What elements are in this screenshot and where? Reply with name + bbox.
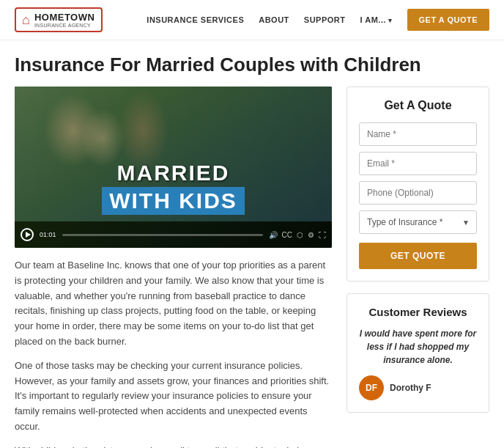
fullscreen-icon[interactable]: ⛶ — [319, 231, 326, 239]
reviews-title: Customer Reviews — [359, 306, 477, 318]
logo[interactable]: ⌂ HOMETOWN INSURANCE AGENCY — [15, 7, 103, 32]
header: ⌂ HOMETOWN INSURANCE AGENCY INSURANCE SE… — [0, 0, 504, 40]
left-column: MARRIED WITH KIDS 01:01 🔊 CC ⬡ ⚙ ⛶ — [15, 87, 332, 448]
play-button[interactable] — [21, 228, 34, 241]
logo-sub-text: INSURANCE AGENCY — [34, 23, 94, 28]
body-paragraph-1: Our team at Baseline Inc. knows that one… — [15, 258, 332, 350]
nav-i-am[interactable]: I AM... — [360, 15, 393, 24]
kids-text: WITH KIDS — [109, 188, 237, 213]
get-quote-form-button[interactable]: GET QUOTE — [359, 243, 477, 269]
share-icon[interactable]: ⬡ — [297, 231, 303, 239]
captions-icon[interactable]: CC — [282, 231, 292, 239]
video-controls: 01:01 🔊 CC ⬡ ⚙ ⛶ — [15, 221, 332, 248]
page-title: Insurance For Married Couples with Child… — [0, 40, 504, 87]
review-quote-text: I would have spent more for less if I ha… — [359, 327, 477, 367]
play-icon — [26, 232, 31, 238]
get-quote-header-button[interactable]: GET A QUOTE — [407, 9, 489, 31]
name-input[interactable] — [359, 122, 477, 146]
video-icon-group: 🔊 CC ⬡ ⚙ ⛶ — [269, 231, 326, 239]
kids-bg: WITH KIDS — [102, 187, 245, 215]
nav-support[interactable]: SUPPORT — [304, 15, 346, 24]
main-content: MARRIED WITH KIDS 01:01 🔊 CC ⬡ ⚙ ⛶ — [0, 87, 504, 448]
insurance-type-wrapper: Type of Insurance * Auto Home Life Healt… — [359, 210, 477, 234]
quote-form-box: Get A Quote Type of Insurance * Auto Hom… — [346, 87, 489, 282]
time-display: 01:01 — [40, 231, 56, 238]
video-player[interactable]: MARRIED WITH KIDS 01:01 🔊 CC ⬡ ⚙ ⛶ — [15, 87, 332, 248]
logo-house-icon: ⌂ — [22, 12, 30, 28]
form-title: Get A Quote — [359, 99, 477, 112]
body-paragraph-2: One of those tasks may be checking your … — [15, 359, 332, 435]
nav-insurance-services[interactable]: INSURANCE SERVICES — [147, 15, 244, 24]
logo-text: HOMETOWN INSURANCE AGENCY — [34, 12, 94, 28]
video-text-overlay: MARRIED WITH KIDS — [15, 161, 332, 215]
reviews-box: Customer Reviews I would have spent more… — [346, 293, 489, 413]
avatar: DF — [359, 375, 384, 400]
progress-bar[interactable] — [62, 234, 263, 236]
reviewer-info: DF Dorothy F — [359, 375, 477, 400]
nav-about[interactable]: ABOUT — [259, 15, 289, 24]
email-input[interactable] — [359, 152, 477, 175]
right-column: Get A Quote Type of Insurance * Auto Hom… — [346, 87, 489, 448]
nav: INSURANCE SERVICES ABOUT SUPPORT I AM...… — [147, 9, 489, 31]
settings-icon[interactable]: ⚙ — [308, 231, 314, 239]
body-paragraph-3: With children in the picture, you know a… — [15, 444, 332, 448]
married-text: MARRIED — [15, 161, 332, 186]
phone-input[interactable] — [359, 181, 477, 205]
volume-icon[interactable]: 🔊 — [269, 231, 278, 239]
reviewer-name: Dorothy F — [390, 383, 431, 393]
logo-main-text: HOMETOWN — [34, 12, 94, 23]
insurance-type-select[interactable]: Type of Insurance * Auto Home Life Healt… — [359, 210, 477, 234]
